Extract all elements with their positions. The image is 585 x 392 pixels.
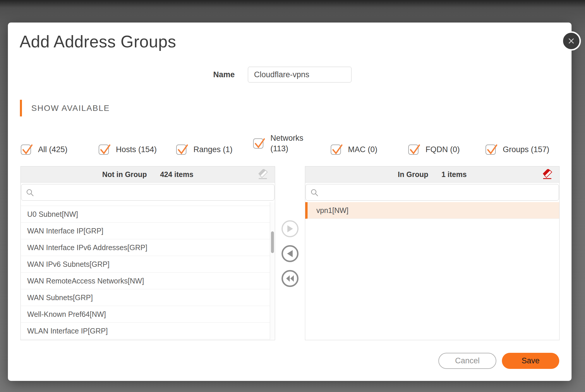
add-address-groups-dialog: Add Address Groups Name SHOW AVAILABLE A… — [8, 23, 572, 381]
checkmark-icon — [22, 144, 33, 155]
checkmark-icon — [332, 144, 343, 155]
save-button[interactable]: Save — [502, 353, 559, 369]
filter-label: Networks (113) — [270, 133, 309, 154]
list-item[interactable]: WAN Interface IPv6 Addresses[GRP] — [21, 239, 275, 256]
checkbox-fqdn[interactable] — [408, 145, 418, 155]
filter-label: FQDN (0) — [426, 144, 460, 155]
filter-label: MAC (0) — [348, 144, 378, 155]
in-group-search-input[interactable] — [306, 184, 559, 200]
search-icon — [26, 189, 34, 197]
cancel-button[interactable]: Cancel — [438, 353, 496, 369]
arrow-left-icon — [287, 250, 294, 258]
checkbox-all[interactable] — [21, 145, 31, 155]
panel-title: Not in Group — [102, 170, 147, 179]
filter-fqdn[interactable]: FQDN (0) — [408, 144, 460, 155]
filter-ranges[interactable]: Ranges (1) — [176, 144, 233, 155]
name-input[interactable] — [248, 67, 351, 82]
eraser-red-icon[interactable] — [542, 169, 553, 180]
eraser-icon — [257, 169, 268, 180]
list-item[interactable]: Well-Known Pref64[NW] — [21, 306, 275, 323]
checkmark-icon — [178, 144, 188, 155]
list-item[interactable]: WAN Interface IP[GRP] — [21, 223, 275, 239]
filter-label: Hosts (154) — [116, 144, 157, 155]
filter-label: All (425) — [38, 144, 68, 155]
panel-title: In Group — [398, 170, 428, 179]
dialog-title: Add Address Groups — [20, 32, 176, 51]
checkmark-icon — [255, 138, 265, 149]
show-available-section-header: SHOW AVAILABLE — [20, 100, 110, 116]
arrow-right-icon — [287, 225, 294, 233]
list-item[interactable]: WAN IPv6 Subnets[GRP] — [21, 256, 275, 273]
name-label: Name — [172, 69, 235, 80]
move-all-left-button[interactable] — [282, 270, 298, 287]
checkmark-icon — [487, 144, 497, 155]
not-in-group-panel: Not in Group 424 items U0 Subne — [20, 166, 275, 340]
scrollbar[interactable] — [270, 202, 275, 340]
filter-label: Groups (157) — [503, 144, 549, 155]
checkmark-icon — [100, 144, 111, 155]
list-item[interactable]: WAN Subnets[GRP] — [21, 289, 275, 306]
move-right-button[interactable] — [282, 220, 298, 237]
list-item[interactable]: U0 Subnet[NW] — [21, 206, 275, 223]
filter-groups[interactable]: Groups (157) — [486, 144, 549, 155]
not-in-group-list: U0 Subnet[NW] WAN Interface IP[GRP] WAN … — [21, 202, 275, 340]
section-accent-bar — [20, 100, 22, 116]
double-arrow-left-icon — [286, 275, 294, 282]
selected-list-item[interactable]: vpn1[NW] — [305, 202, 559, 219]
filter-hosts[interactable]: Hosts (154) — [99, 144, 157, 155]
panel-count: 1 items — [441, 170, 466, 179]
clipped-list-item — [21, 202, 275, 206]
search-icon — [310, 189, 318, 197]
list-item[interactable]: WAN RemoteAccess Networks[NW] — [21, 273, 275, 289]
not-in-group-search-input[interactable] — [21, 184, 274, 200]
in-group-panel: In Group 1 items vpn1[NW] — [305, 166, 560, 340]
close-button[interactable] — [562, 31, 581, 51]
checkbox-networks[interactable] — [253, 138, 263, 149]
checkbox-ranges[interactable] — [176, 145, 186, 155]
checkmark-icon — [410, 144, 420, 155]
list-item[interactable]: WLAN Interface IP[GRP] — [21, 323, 275, 339]
move-left-button[interactable] — [282, 245, 298, 262]
in-group-search — [306, 184, 559, 201]
filter-mac[interactable]: MAC (0) — [331, 144, 378, 155]
scrollbar-thumb[interactable] — [271, 231, 274, 253]
not-in-group-search — [21, 184, 275, 201]
not-in-group-header: Not in Group 424 items — [21, 166, 275, 183]
in-group-header: In Group 1 items — [305, 166, 559, 183]
filter-label: Ranges (1) — [193, 144, 233, 155]
section-title: SHOW AVAILABLE — [31, 100, 110, 116]
panel-count: 424 items — [160, 170, 193, 179]
filter-networks[interactable]: Networks (113) — [253, 133, 309, 154]
in-group-list: vpn1[NW] — [305, 202, 559, 340]
checkbox-mac[interactable] — [331, 145, 341, 155]
close-icon — [567, 37, 575, 45]
checkbox-hosts[interactable] — [99, 145, 109, 155]
filter-all[interactable]: All (425) — [21, 144, 68, 155]
checkbox-groups[interactable] — [486, 145, 496, 155]
